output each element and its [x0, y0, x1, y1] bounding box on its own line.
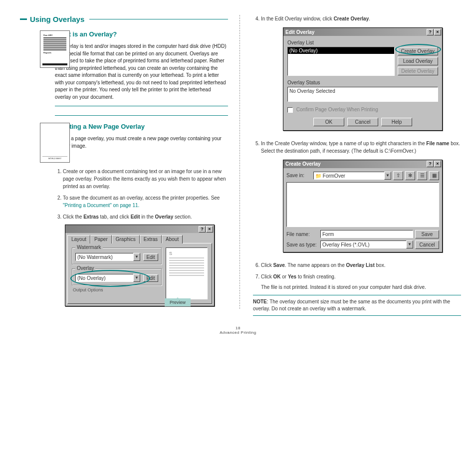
output-options-label: Output Options — [73, 287, 162, 292]
steps-list: Create or open a document containing tex… — [55, 168, 228, 221]
saveastype-label: Save as type: — [286, 242, 318, 247]
step-1: Create or open a document containing tex… — [63, 168, 228, 190]
chevron-down-icon[interactable]: ▼ — [384, 172, 391, 180]
up-folder-icon[interactable]: ⇧ — [393, 171, 403, 180]
step-5: In the Create Overlay window, type a nam… — [261, 140, 461, 155]
overlay-example-thumb-1: Dear ABC Regards — [40, 30, 70, 68]
chevron-down-icon[interactable]: ▼ — [406, 240, 413, 248]
overlay-list-label: Overlay List — [287, 40, 438, 45]
tab-extras[interactable]: Extras — [140, 235, 162, 243]
overlay-dropdown[interactable]: (No Overlay) ▼ — [75, 274, 140, 282]
savein-value: 📁 FormOver — [313, 172, 384, 180]
step-7-body: The file is not printed. Instead it is s… — [261, 283, 461, 291]
separator-1 — [55, 106, 228, 106]
details-view-icon[interactable]: ▦ — [429, 171, 439, 180]
thumb2-footer: WORLD BEST — [42, 156, 67, 160]
close-icon[interactable]: × — [434, 161, 441, 167]
column-divider — [239, 15, 240, 309]
create-overlay-heading: Creating a New Page Overlay — [55, 123, 228, 130]
printer-properties-dialog: ? × Layout Paper Graphics Extras About W… — [65, 225, 215, 306]
create-overlay-title: Create Overlay — [285, 161, 426, 167]
dialog-titlebar: ? × — [65, 225, 214, 233]
right-column: In the Edit Overlay window, click Create… — [243, 15, 461, 319]
close-icon[interactable]: × — [434, 29, 441, 35]
footer-section: Advanced Printing — [0, 330, 476, 335]
delete-overlay-button: Delete Overlay — [398, 67, 438, 75]
help-button[interactable]: Help — [381, 118, 412, 126]
overlay-legend: Overlay — [75, 265, 95, 271]
help-icon[interactable]: ? — [427, 29, 434, 35]
watermark-dropdown[interactable]: (No Watermark) ▼ — [75, 253, 140, 261]
overlay-list-item[interactable]: (No Overlay) — [288, 47, 394, 54]
confirm-label: Confirm Page Overlay When Printing — [296, 107, 378, 112]
step-2: To save the document as an overlay, acce… — [63, 194, 228, 209]
overlay-example-thumb-2: WORLD BEST — [40, 123, 70, 163]
tab-graphics[interactable]: Graphics — [112, 235, 140, 243]
create-overlay-dialog: Create Overlay ? × Save in: 📁 FormOver ▼… — [283, 160, 443, 252]
help-icon[interactable]: ? — [199, 226, 206, 233]
step-6: Click Save. The name appears on the Over… — [261, 261, 461, 269]
step-3: Click the Extras tab, and click Edit in … — [63, 213, 228, 221]
savein-label: Save in: — [286, 173, 311, 178]
watermark-legend: Watermark — [75, 244, 103, 250]
watermark-group: Watermark (No Watermark) ▼ Edit — [72, 247, 162, 264]
overlay-group: Overlay (No Overlay) ▼ Edit — [72, 268, 162, 285]
step2-link[interactable]: "Printing a Document" on page 11. — [63, 203, 139, 208]
chevron-down-icon[interactable]: ▼ — [133, 274, 140, 282]
thumb-dear: Dear ABC — [43, 34, 66, 36]
what-is-overlay-heading: What is an Overlay? — [55, 30, 228, 38]
step-4: In the Edit Overlay window, click Create… — [261, 15, 461, 22]
confirm-checkbox-row: Confirm Page Overlay When Printing — [287, 107, 438, 113]
help-icon[interactable]: ? — [427, 161, 434, 167]
preview-pane: S — [166, 247, 208, 299]
what-is-overlay-body: An overlay is text and/or images stored … — [55, 43, 228, 101]
section-header: Using Overlays — [20, 15, 228, 23]
create-overlay-titlebar: Create Overlay ? × — [283, 160, 442, 168]
note-rule-bottom — [253, 315, 461, 316]
section-title: Using Overlays — [30, 15, 84, 23]
ok-button[interactable]: OK — [313, 118, 344, 126]
step-7: Click OK or Yes to finish creating. The … — [261, 273, 461, 291]
tab-layout[interactable]: Layout — [67, 235, 90, 243]
watermark-value: (No Watermark) — [75, 253, 133, 261]
overlay-listbox[interactable]: (No Overlay) — [287, 47, 395, 76]
edit-overlay-dialog: Edit Overlay ? × Overlay List (No Overla… — [283, 27, 443, 131]
overlay-status-label: Overlay Status — [287, 80, 438, 85]
save-button[interactable]: Save — [415, 230, 439, 238]
note: NOTE: The overlay document size must be … — [253, 298, 461, 312]
tab-about[interactable]: About — [162, 235, 183, 243]
thumb-regards: Regards — [43, 51, 66, 54]
confirm-checkbox[interactable] — [287, 107, 293, 113]
filename-label: File name: — [286, 232, 318, 237]
saveastype-dropdown[interactable]: Overlay Files (*.OVL) ▼ — [320, 240, 413, 248]
saveastype-value: Overlay Files (*.OVL) — [320, 240, 406, 248]
chevron-down-icon[interactable]: ▼ — [133, 253, 140, 261]
cancel-button[interactable]: Cancel — [415, 240, 439, 249]
load-overlay-button[interactable]: Load Overlay — [398, 57, 438, 65]
preview-callout: Preview — [165, 298, 191, 306]
extras-panel: Watermark (No Watermark) ▼ Edit — [67, 243, 212, 304]
overlay-status-box: No Overlay Selected — [287, 87, 438, 102]
steps-list-right-5: In the Create Overlay window, type a nam… — [253, 140, 461, 155]
page-footer: 18 Advanced Printing — [0, 326, 476, 335]
overlay-value: (No Overlay) — [75, 274, 133, 282]
savein-dropdown[interactable]: 📁 FormOver ▼ — [313, 172, 391, 180]
page-number: 18 — [0, 326, 476, 330]
overlay-edit-button[interactable]: Edit — [143, 274, 158, 282]
close-icon[interactable]: × — [206, 226, 213, 233]
edit-overlay-title: Edit Overlay — [285, 29, 426, 35]
new-folder-icon[interactable]: ✻ — [405, 171, 415, 180]
separator-2 — [55, 115, 228, 116]
create-overlay-button[interactable]: Create Overlay — [398, 47, 438, 55]
cancel-button[interactable]: Cancel — [347, 118, 378, 126]
watermark-edit-button[interactable]: Edit — [143, 253, 158, 261]
file-browser[interactable] — [286, 182, 439, 227]
steps-list-right: In the Edit Overlay window, click Create… — [253, 15, 461, 22]
filename-input[interactable]: Form — [320, 230, 413, 238]
left-column: Using Overlays Dear ABC Regards What is … — [20, 15, 228, 319]
edit-overlay-titlebar: Edit Overlay ? × — [283, 28, 442, 36]
tab-paper[interactable]: Paper — [90, 235, 112, 243]
note-rule-top — [253, 295, 461, 295]
list-view-icon[interactable]: ☰ — [417, 171, 427, 180]
steps-list-right-6: Click Save. The name appears on the Over… — [253, 261, 461, 291]
